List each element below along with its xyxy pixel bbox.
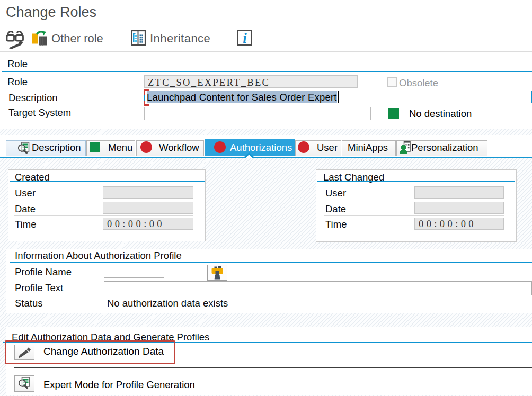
svg-text:i: i <box>243 30 247 46</box>
